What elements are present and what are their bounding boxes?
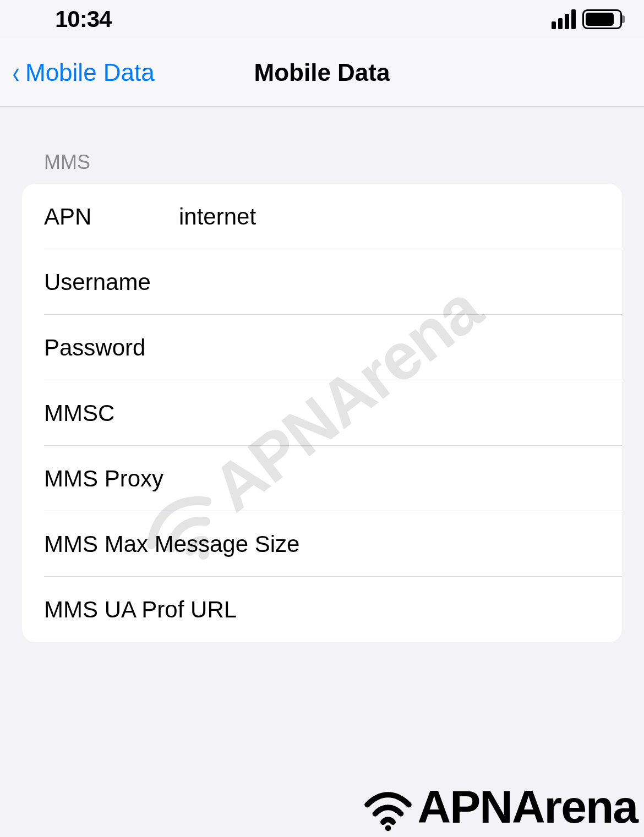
input-mms-max-size[interactable] [299,531,600,557]
label-username: Username [44,269,179,296]
page-title: Mobile Data [254,59,390,86]
row-mms-ua-prof[interactable]: MMS UA Prof URL [22,577,622,642]
label-mms-ua-prof: MMS UA Prof URL [44,597,237,623]
row-mms-max-size[interactable]: MMS Max Message Size [22,511,622,577]
wifi-icon [361,783,416,832]
input-mms-proxy[interactable] [163,466,600,492]
brand-text: APNArena [418,780,637,834]
input-username[interactable] [179,269,600,296]
label-mmsc: MMSC [44,400,179,426]
row-password[interactable]: Password [22,315,622,380]
status-bar: 10:34 [0,0,644,39]
status-time: 10:34 [55,6,111,32]
chevron-left-icon: ‹ [13,58,20,87]
back-button-label: Mobile Data [25,59,155,86]
input-password[interactable] [179,335,600,361]
nav-bar: ‹ Mobile Data Mobile Data [0,39,644,107]
cellular-signal-icon [552,9,576,29]
back-button[interactable]: ‹ Mobile Data [11,58,155,87]
row-mmsc[interactable]: MMSC [22,380,622,446]
svg-point-1 [385,825,391,831]
input-mms-ua-prof[interactable] [237,597,600,623]
status-indicators [552,9,622,29]
brand-logo: APNArena [361,780,637,834]
row-apn[interactable]: APN [22,184,622,249]
label-mms-proxy: MMS Proxy [44,466,163,492]
row-username[interactable]: Username [22,249,622,315]
row-mms-proxy[interactable]: MMS Proxy [22,446,622,511]
label-apn: APN [44,204,179,230]
mms-settings-group: APN Username Password MMSC MMS Proxy MMS… [22,184,622,642]
label-password: Password [44,335,179,361]
input-mmsc[interactable] [179,400,600,426]
section-header-mms: MMS [0,107,644,184]
input-apn[interactable] [179,204,600,230]
label-mms-max-size: MMS Max Message Size [44,531,299,557]
battery-icon [582,9,622,29]
